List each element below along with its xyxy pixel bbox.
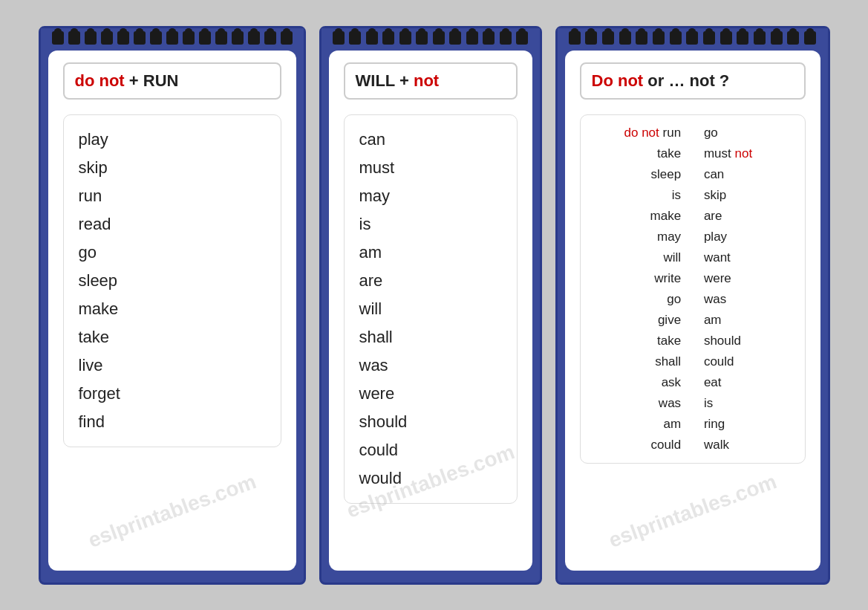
col-left-6: will: [593, 250, 689, 265]
row-2: sleep can: [593, 164, 793, 185]
spiral: [771, 31, 783, 45]
spiral: [248, 31, 260, 45]
col-left-12: ask: [593, 375, 689, 390]
word-run: run: [79, 182, 266, 210]
col-left-10: take: [593, 334, 689, 348]
col-left-9: give: [593, 313, 689, 328]
col-right-4: are: [696, 209, 793, 224]
notebook-2-title: WILL + not: [344, 62, 518, 100]
notebook-1-title: do not + RUN: [63, 62, 281, 100]
row-0: do not run go: [593, 123, 793, 143]
spiral: [670, 31, 682, 45]
col-right-13: is: [696, 396, 793, 411]
col-right-3: skip: [696, 188, 793, 203]
col-right-11: could: [696, 354, 793, 369]
col-right-0: go: [696, 126, 793, 140]
spiral: [720, 31, 732, 45]
spiral: [703, 31, 715, 45]
col-left-5: may: [593, 230, 689, 244]
word-would: would: [359, 464, 502, 493]
spiral: [754, 31, 766, 45]
title-donot: Do not: [592, 71, 644, 90]
notebook-1-inner: do not + RUN play skip run read go sleep…: [48, 51, 296, 571]
spiral: [416, 31, 428, 45]
spiral: [281, 31, 293, 45]
spiral: [199, 31, 211, 45]
word-find: find: [79, 408, 266, 436]
spiral: [466, 31, 478, 45]
spiral: [653, 31, 665, 45]
col-left-14: am: [593, 417, 689, 432]
row-9: give am: [593, 310, 793, 331]
spiral: [183, 31, 195, 45]
spiral: [569, 31, 581, 45]
word-should: should: [359, 408, 502, 436]
col-right-2: can: [696, 167, 793, 182]
notebooks-container: do not + RUN play skip run read go sleep…: [39, 26, 830, 585]
notebook-2: WILL + not can must may is am are will s…: [319, 26, 542, 585]
spiral: [134, 31, 146, 45]
notebook-1: do not + RUN play skip run read go sleep…: [39, 26, 306, 585]
spiral: [264, 31, 276, 45]
col-left-15: could: [593, 438, 689, 452]
spiral-row-1: [41, 28, 304, 45]
two-col-box: do not run go take must not sleep can is…: [580, 114, 806, 464]
spiral: [101, 31, 113, 45]
col-right-7: were: [696, 271, 793, 286]
word-can: can: [359, 126, 502, 154]
word-live: live: [79, 351, 266, 380]
word-were: were: [359, 380, 502, 408]
spiral: [804, 31, 816, 45]
spiral: [349, 31, 361, 45]
col-right-15: walk: [696, 438, 793, 452]
row-13: was is: [593, 393, 793, 414]
title-ellipsis: … not: [668, 71, 714, 90]
spiral: [636, 31, 647, 45]
col-left-7: write: [593, 271, 689, 286]
spiral: [433, 31, 445, 45]
col-left-2: sleep: [593, 167, 689, 182]
row-12: ask eat: [593, 372, 793, 393]
col-right-5: play: [696, 230, 793, 244]
spiral: [215, 31, 227, 45]
spiral: [483, 31, 495, 45]
spiral: [737, 31, 748, 45]
word-go: go: [79, 239, 266, 267]
spiral: [117, 31, 129, 45]
title-q: ?: [715, 71, 730, 90]
title-red: do not: [75, 71, 125, 90]
col-right-10: should: [696, 334, 793, 348]
col-right-1: must not: [696, 146, 793, 161]
spiral: [602, 31, 614, 45]
col-left-3: is: [593, 188, 689, 203]
word-was: was: [359, 351, 502, 380]
row-14: am ring: [593, 414, 793, 435]
spiral: [366, 31, 378, 45]
col-right-14: ring: [696, 417, 793, 432]
spiral: [333, 31, 345, 45]
word-make: make: [79, 295, 266, 323]
notebook-3: Do not or … not ? do not run go take mus…: [555, 26, 830, 585]
col-right-9: am: [696, 313, 793, 328]
spiral: [449, 31, 461, 45]
col-left-13: was: [593, 396, 689, 411]
word-shall: shall: [359, 323, 502, 351]
spiral: [232, 31, 244, 45]
words-box-1: play skip run read go sleep make take li…: [63, 114, 281, 447]
spiral: [619, 31, 631, 45]
row-11: shall could: [593, 351, 793, 372]
col-left-11: shall: [593, 354, 689, 369]
col-left-1: take: [593, 146, 689, 161]
spiral: [787, 31, 799, 45]
word-must: must: [359, 154, 502, 182]
word-could: could: [359, 436, 502, 464]
word-take: take: [79, 323, 266, 351]
title-or: or: [643, 71, 668, 90]
row-15: could walk: [593, 435, 793, 455]
spiral: [166, 31, 178, 45]
word-forget: forget: [79, 380, 266, 408]
notebook-3-title: Do not or … not ?: [580, 62, 806, 100]
spiral: [686, 31, 698, 45]
col-right-6: want: [696, 250, 793, 265]
row-4: make are: [593, 206, 793, 227]
